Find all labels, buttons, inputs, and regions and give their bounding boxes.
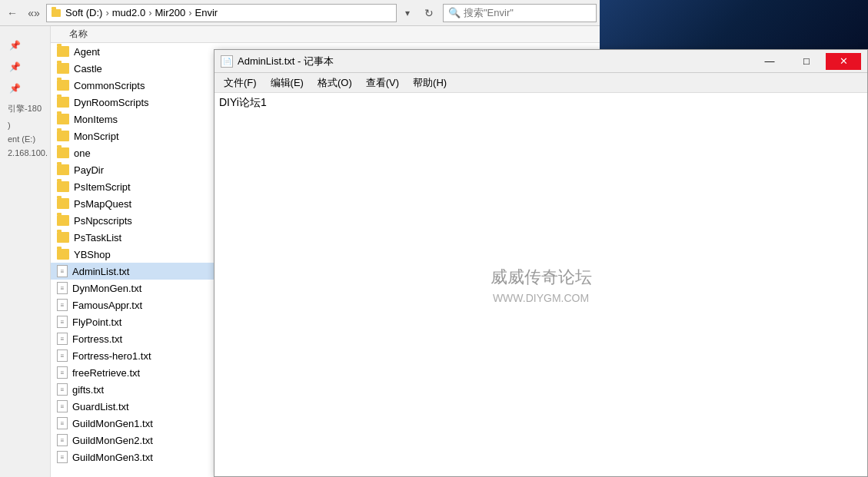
menu-help[interactable]: 帮助(H) <box>407 75 453 91</box>
folder-icon <box>57 181 69 192</box>
sep2: › <box>148 7 151 18</box>
txt-file-icon <box>57 282 68 294</box>
sidebar-items: 📌 📌 📌 引擎-180 ) ent (E:) 2.168.100.1 <box>0 29 50 165</box>
txt-file-icon <box>57 316 68 328</box>
refresh-button[interactable]: ↻ <box>418 4 440 22</box>
breadcrumb-bar[interactable]: Soft (D:) › mud2.0 › Mir200 › Envir <box>46 4 397 22</box>
breadcrumb-soft[interactable]: Soft (D:) <box>65 7 102 18</box>
search-box[interactable]: 🔍 <box>443 4 597 22</box>
folder-icon <box>57 63 69 74</box>
notepad-menubar: 文件(F) 编辑(E) 格式(O) 查看(V) 帮助(H) <box>215 73 867 93</box>
notepad-first-line: DIYi论坛1 <box>219 96 863 110</box>
txt-file-icon <box>57 333 68 345</box>
txt-file-icon <box>57 349 68 362</box>
nav-expand-button[interactable]: «» <box>25 4 43 22</box>
notepad-title-area: 📄 AdminList.txt - 记事本 <box>221 55 334 68</box>
notepad-watermark: 威威传奇论坛 WWW.DIYGM.COM <box>491 266 592 304</box>
maximize-button[interactable]: □ <box>789 53 824 70</box>
menu-view[interactable]: 查看(V) <box>360 75 405 91</box>
back-button[interactable]: ← <box>3 4 22 22</box>
sidebar-item-paren[interactable]: ) <box>3 119 47 131</box>
path-dropdown-button[interactable]: ▾ <box>400 5 415 22</box>
txt-file-icon <box>57 265 68 277</box>
watermark-url-text: WWW.DIYGM.COM <box>491 292 592 304</box>
folder-icon <box>57 164 69 175</box>
txt-file-icon <box>57 451 68 463</box>
watermark-main-text: 威威传奇论坛 <box>491 266 592 289</box>
folder-icon <box>57 147 69 158</box>
txt-file-icon <box>57 400 68 412</box>
txt-file-icon <box>57 434 68 446</box>
search-icon: 🔍 <box>448 7 461 18</box>
notepad-window-controls: — □ ✕ <box>752 53 861 70</box>
sidebar-pin[interactable]: 📌 <box>3 35 47 55</box>
txt-file-icon <box>57 366 68 379</box>
sidebar: 📌 📌 📌 引擎-180 ) ent (E:) 2.168.100.1 <box>0 26 51 477</box>
minimize-button[interactable]: — <box>752 53 787 70</box>
sep1: › <box>105 7 108 18</box>
folder-icon <box>57 215 69 226</box>
menu-format[interactable]: 格式(O) <box>311 75 358 91</box>
sidebar-item-ip[interactable]: 2.168.100.1 <box>3 147 47 159</box>
txt-file-icon <box>57 299 68 311</box>
folder-icon <box>57 249 69 260</box>
folder-icon <box>57 114 69 124</box>
notepad-window: 📄 AdminList.txt - 记事本 — □ ✕ 文件(F) 编辑(E) … <box>214 49 868 477</box>
sidebar-item-engine[interactable]: 引擎-180 <box>3 100 47 118</box>
folder-icon <box>57 46 69 57</box>
txt-file-icon <box>57 417 68 429</box>
dark-background <box>600 0 868 49</box>
notepad-app-icon: 📄 <box>221 55 233 68</box>
breadcrumb-mud[interactable]: mud2.0 <box>112 7 145 18</box>
sidebar-pin2[interactable]: 📌 <box>3 57 47 77</box>
sidebar-pin3[interactable]: 📌 <box>3 78 47 98</box>
column-header-name[interactable]: 名称 <box>51 26 600 43</box>
txt-file-icon <box>57 383 68 396</box>
notepad-content-area[interactable]: DIYi论坛1 威威传奇论坛 WWW.DIYGM.COM <box>215 93 867 476</box>
breadcrumb-envir[interactable]: Envir <box>195 7 218 18</box>
folder-icon <box>57 198 69 209</box>
notepad-title-text: AdminList.txt - 记事本 <box>238 55 334 68</box>
search-input[interactable] <box>464 7 591 18</box>
menu-edit[interactable]: 编辑(E) <box>264 75 310 91</box>
breadcrumb-mir[interactable]: Mir200 <box>155 7 185 18</box>
sidebar-item-drive-e[interactable]: ent (E:) <box>3 133 47 145</box>
explorer-toolbar: ← «» Soft (D:) › mud2.0 › Mir200 › Envir… <box>0 0 600 26</box>
sep3: › <box>188 7 191 18</box>
folder-icon <box>57 80 69 91</box>
menu-file[interactable]: 文件(F) <box>218 75 263 91</box>
close-button[interactable]: ✕ <box>826 53 861 70</box>
folder-icon <box>57 232 69 243</box>
breadcrumb-folder-icon <box>52 9 61 17</box>
folder-icon <box>57 97 69 108</box>
notepad-titlebar: 📄 AdminList.txt - 记事本 — □ ✕ <box>215 50 867 73</box>
folder-icon <box>57 131 69 141</box>
